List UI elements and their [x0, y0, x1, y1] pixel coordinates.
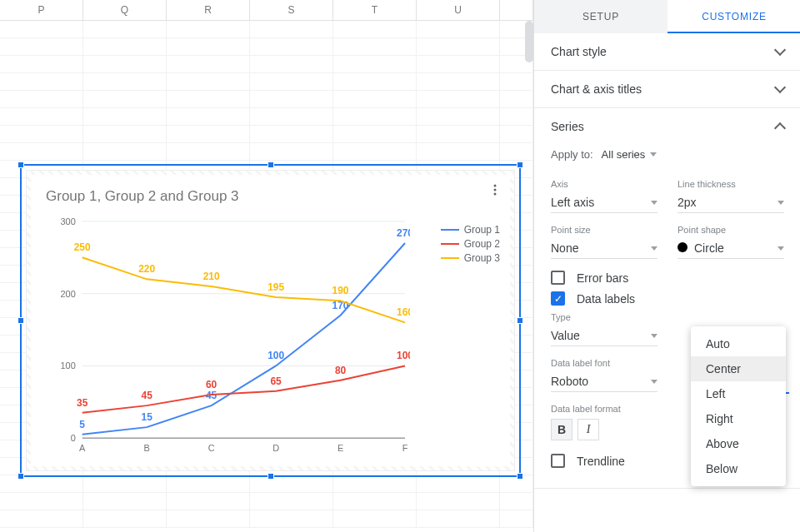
line-thickness-select[interactable]: 2px: [678, 192, 784, 213]
section-chart-axis-titles[interactable]: Chart & axis titles: [534, 71, 800, 107]
section-series[interactable]: Series: [534, 108, 800, 145]
cell[interactable]: [333, 108, 417, 125]
cell[interactable]: [500, 108, 533, 125]
cell[interactable]: [0, 21, 83, 37]
dropdown-option[interactable]: Right: [691, 406, 786, 431]
cell[interactable]: [500, 143, 533, 160]
data-labels-checkbox[interactable]: ✓ Data labels: [551, 291, 784, 306]
dropdown-option[interactable]: Left: [691, 381, 786, 406]
cell[interactable]: [500, 493, 533, 510]
cell[interactable]: [167, 510, 250, 527]
cell[interactable]: [417, 38, 500, 55]
cell[interactable]: [167, 143, 250, 160]
cell[interactable]: [250, 108, 333, 125]
resize-handle-mr[interactable]: [517, 317, 523, 324]
column-header[interactable]: S: [250, 0, 333, 20]
column-header[interactable]: Q: [83, 0, 167, 20]
cell[interactable]: [417, 73, 500, 90]
cell[interactable]: [333, 126, 417, 142]
column-header[interactable]: T: [333, 0, 417, 20]
scrollbar-vertical[interactable]: [525, 21, 533, 62]
dropdown-option[interactable]: Below: [691, 456, 786, 481]
column-header[interactable]: [500, 0, 533, 20]
cell[interactable]: [417, 21, 500, 37]
data-label-font-select[interactable]: Roboto: [551, 371, 658, 392]
column-header[interactable]: P: [0, 0, 83, 20]
cell[interactable]: [417, 510, 500, 527]
cell[interactable]: [333, 510, 417, 527]
cell[interactable]: [417, 493, 500, 510]
apply-to-select[interactable]: All series: [602, 148, 658, 161]
cell[interactable]: [500, 510, 533, 527]
chart-title[interactable]: Group 1, Group 2 and Group 3: [31, 175, 510, 205]
cell[interactable]: [250, 38, 333, 55]
cell[interactable]: [417, 143, 500, 160]
cell[interactable]: [83, 143, 167, 160]
cell[interactable]: [0, 73, 83, 90]
point-shape-select[interactable]: Circle: [678, 238, 784, 259]
cell[interactable]: [83, 126, 167, 142]
cell[interactable]: [333, 56, 417, 72]
error-bars-checkbox[interactable]: Error bars: [551, 271, 784, 285]
cell[interactable]: [250, 143, 333, 160]
cell[interactable]: [83, 21, 167, 37]
cell[interactable]: [83, 475, 167, 492]
cell[interactable]: [83, 108, 167, 125]
cell[interactable]: [417, 108, 500, 125]
resize-handle-tm[interactable]: [268, 162, 274, 168]
cell[interactable]: [250, 91, 333, 107]
italic-button[interactable]: I: [578, 419, 599, 440]
cell[interactable]: [167, 73, 250, 90]
type-select[interactable]: Value: [551, 326, 658, 346]
cell[interactable]: [0, 56, 83, 72]
resize-handle-bl[interactable]: [18, 473, 24, 480]
cell[interactable]: [250, 126, 333, 142]
cell[interactable]: [333, 143, 417, 160]
cell[interactable]: [250, 493, 333, 510]
cell[interactable]: [167, 21, 250, 37]
cell[interactable]: [83, 91, 167, 107]
cell[interactable]: [0, 108, 83, 125]
cell[interactable]: [167, 126, 250, 142]
cell[interactable]: [500, 91, 533, 107]
cell[interactable]: [500, 73, 533, 90]
cell[interactable]: [333, 21, 417, 37]
dropdown-option[interactable]: Above: [691, 431, 786, 456]
chart-selection[interactable]: Group 1, Group 2 and Group 3 0100200300A…: [20, 164, 521, 477]
cell[interactable]: [417, 126, 500, 142]
dropdown-option[interactable]: Auto: [691, 331, 786, 356]
cell[interactable]: [250, 73, 333, 90]
cell[interactable]: [333, 91, 417, 107]
spreadsheet-area[interactable]: PQRSTU G: [0, 0, 534, 532]
chart-menu-button[interactable]: [487, 181, 503, 198]
point-size-select[interactable]: None: [551, 238, 658, 259]
cell[interactable]: [250, 21, 333, 37]
cell[interactable]: [83, 510, 167, 527]
cell[interactable]: [417, 56, 500, 72]
tab-setup[interactable]: SETUP: [534, 0, 668, 33]
cell[interactable]: [417, 91, 500, 107]
cell[interactable]: [417, 475, 500, 492]
cell[interactable]: [250, 475, 333, 492]
resize-handle-br[interactable]: [517, 473, 523, 480]
cell[interactable]: [0, 143, 83, 160]
dropdown-option[interactable]: Center: [691, 356, 786, 381]
legend-item[interactable]: Group 2: [441, 238, 500, 250]
cell[interactable]: [167, 56, 250, 72]
cell[interactable]: [167, 493, 250, 510]
column-header[interactable]: U: [417, 0, 500, 20]
column-header[interactable]: R: [167, 0, 250, 20]
resize-handle-bm[interactable]: [268, 473, 274, 480]
cell[interactable]: [0, 493, 83, 510]
cell[interactable]: [0, 126, 83, 142]
resize-handle-tr[interactable]: [517, 162, 523, 168]
cell[interactable]: [333, 38, 417, 55]
section-chart-style[interactable]: Chart style: [534, 33, 800, 70]
legend-item[interactable]: Group 1: [441, 224, 500, 236]
resize-handle-ml[interactable]: [18, 317, 24, 324]
cell[interactable]: [0, 38, 83, 55]
legend-item[interactable]: Group 3: [441, 252, 500, 264]
tab-customize[interactable]: CUSTOMIZE: [668, 0, 800, 33]
cell[interactable]: [167, 91, 250, 107]
cell[interactable]: [167, 108, 250, 125]
